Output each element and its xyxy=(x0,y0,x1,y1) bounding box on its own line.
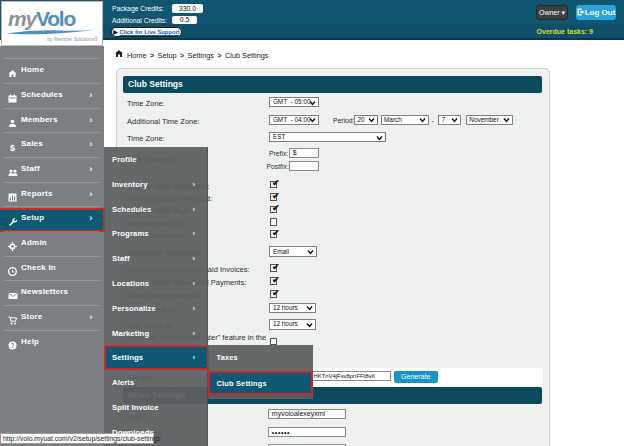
svg-text:?: ? xyxy=(11,342,15,349)
svg-text:$: $ xyxy=(10,143,15,152)
